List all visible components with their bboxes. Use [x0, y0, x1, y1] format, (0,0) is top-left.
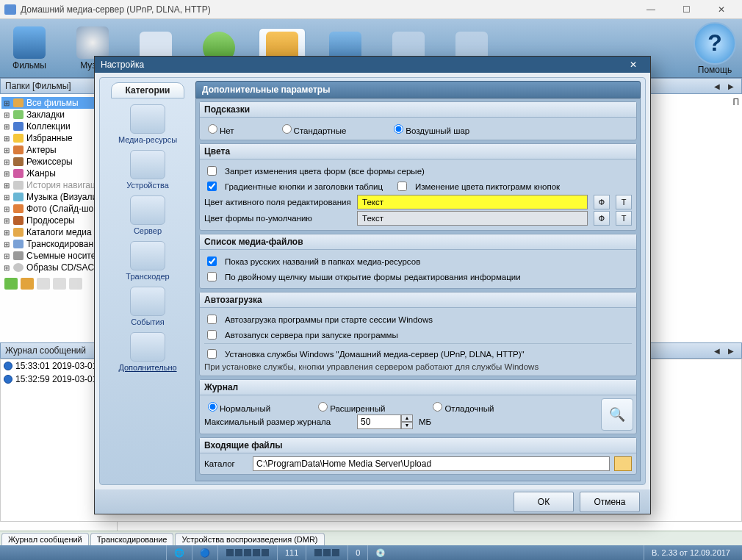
color-text-button[interactable]: Т	[616, 211, 632, 226]
window-title: Домашний медиа-сервер (UPnP, DLNA, HTTP)	[21, 4, 635, 15]
toolbar-label: Фильмы	[12, 60, 46, 71]
star-icon	[13, 134, 24, 143]
hints-radio-balloon[interactable]: Воздушный шар	[390, 122, 469, 135]
group-header: Входящие файлы	[200, 438, 636, 453]
dialog-close-button[interactable]: ✕	[622, 57, 644, 73]
transcode-icon	[13, 240, 24, 248]
category-events[interactable]: События	[130, 287, 165, 326]
help-button[interactable]: ? Помощь	[694, 22, 736, 75]
catalog-icon	[13, 228, 24, 237]
disc-icon	[76, 26, 109, 59]
chk-autostart-app[interactable]	[207, 315, 217, 324]
category-devices[interactable]: Устройства	[126, 150, 169, 190]
film-icon	[13, 26, 46, 59]
dialog-footer: ОК Отмена	[95, 489, 650, 514]
actor-icon	[13, 146, 24, 154]
ok-button[interactable]: ОК	[514, 492, 574, 512]
tree-action-icon[interactable]	[21, 278, 34, 290]
genre-icon	[13, 169, 24, 178]
bottom-tab-log[interactable]: Журнал сообщений	[1, 533, 89, 545]
status-count: 111	[277, 545, 306, 560]
spin-up[interactable]: ▲	[401, 414, 413, 422]
status-slots	[217, 545, 277, 560]
color-bg-button[interactable]: Ф	[594, 195, 610, 209]
events-icon	[130, 287, 165, 316]
status-zero: 0	[347, 545, 367, 560]
tree-action-icon[interactable]	[4, 278, 18, 290]
tree-action-icon[interactable]	[37, 278, 50, 290]
bookmark-icon	[13, 110, 24, 119]
autostart-group: Автозагрузка Автозагрузка программы при …	[199, 292, 637, 376]
category-server[interactable]: Сервер	[130, 195, 165, 235]
color-default-label: Цвет формы по-умолчанию	[204, 214, 351, 223]
category-transcoder[interactable]: Транскодер	[126, 241, 169, 281]
settings-section-title: Дополнительные параметры	[195, 81, 641, 98]
collection-icon	[13, 122, 24, 131]
categories-tab[interactable]: Категории	[111, 82, 184, 98]
journal-radio-extended[interactable]: Расширенный	[314, 400, 385, 413]
transcoder-icon	[130, 241, 165, 270]
slideshow-icon	[13, 204, 24, 213]
cancel-button[interactable]: Отмена	[580, 492, 640, 512]
chk-gradient[interactable]	[207, 182, 217, 191]
folders-header-label: Папки [Фильмы]	[5, 81, 71, 91]
bottom-tab-transcode[interactable]: Транскодирование	[90, 533, 174, 545]
default-color-swatch[interactable]: Текст	[357, 211, 588, 226]
chk-autostart-server[interactable]	[207, 330, 217, 340]
group-header: Подсказки	[200, 102, 636, 118]
bottom-tabstrip: Журнал сообщений Транскодирование Устрой…	[0, 531, 742, 545]
status-network-icon: 🌐	[166, 545, 192, 560]
status-disk-icon: 💿	[367, 545, 393, 560]
statusbar: 🌐 🔵 111 0 💿 В. 2.33 от 12.09.2017	[0, 545, 742, 560]
journal-size-input[interactable]	[357, 414, 401, 429]
panel-nav-arrows[interactable]: ◀ ▶	[714, 82, 737, 90]
mediafiles-group: Список медиа-файлов Показ русских назван…	[199, 234, 637, 289]
maximize-button[interactable]: ☐	[670, 1, 702, 18]
hints-radio-none[interactable]: Нет	[204, 122, 234, 135]
spin-down[interactable]: ▼	[401, 422, 413, 429]
server-icon	[130, 195, 165, 225]
incoming-path-input[interactable]	[253, 456, 610, 471]
incoming-group: Входящие файлы Каталог	[199, 437, 637, 475]
chk-install-service[interactable]	[207, 349, 217, 359]
journal-radio-normal[interactable]: Нормальный	[204, 400, 270, 413]
removable-icon	[13, 251, 24, 260]
hints-radio-standard[interactable]: Стандартные	[278, 122, 347, 135]
browse-folder-button[interactable]	[614, 456, 632, 471]
category-media[interactable]: Медиа-ресурсы	[118, 104, 177, 144]
chk-dblclick-edit[interactable]	[207, 272, 217, 281]
devices-icon	[130, 150, 165, 179]
media-icon	[130, 104, 165, 134]
journal-radio-debug[interactable]: Отладочный	[429, 400, 494, 413]
journal-view-button[interactable]: 🔍	[601, 398, 633, 431]
group-header: Журнал	[200, 380, 636, 395]
bottom-tab-dmr[interactable]: Устройства воспроизведения (DMR)	[175, 533, 324, 545]
group-header: Автозагрузка	[200, 292, 636, 308]
journal-group: Журнал Нормальный Расширенный Отладочный…	[199, 379, 637, 434]
color-active-label: Цвет активного поля редактирования	[204, 198, 351, 207]
close-button[interactable]: ✕	[705, 1, 738, 18]
active-color-swatch[interactable]: Текст	[357, 195, 588, 209]
titlebar: Домашний медиа-сервер (UPnP, DLNA, HTTP)…	[0, 0, 742, 19]
toolbar-films[interactable]: Фильмы	[6, 26, 53, 71]
info-icon	[4, 362, 12, 370]
help-icon: ?	[694, 22, 736, 65]
music-vis-icon	[13, 193, 24, 201]
chk-ru-names[interactable]	[207, 256, 217, 266]
service-note: При установке службы, кнопки управления …	[204, 362, 632, 371]
log-header-label: Журнал сообщений	[5, 345, 86, 356]
producer-icon	[13, 216, 24, 225]
minimize-button[interactable]: —	[635, 1, 667, 18]
chk-icon-color[interactable]	[397, 182, 407, 191]
color-text-button[interactable]: Т	[616, 195, 632, 209]
advanced-icon	[130, 332, 165, 362]
chk-forbid-colors[interactable]	[207, 166, 217, 176]
journal-size-spinner[interactable]: ▲▼	[357, 414, 413, 429]
color-bg-button[interactable]: Ф	[594, 211, 610, 226]
category-advanced[interactable]: Дополнительно	[118, 332, 176, 372]
tree-action-icon[interactable]	[53, 278, 66, 290]
panel-nav-arrows[interactable]: ◀ ▶	[714, 347, 737, 355]
folder-icon	[13, 98, 24, 107]
tree-action-icon[interactable]	[69, 278, 82, 290]
journal-size-label: Максимальный размер журнала	[204, 417, 351, 426]
